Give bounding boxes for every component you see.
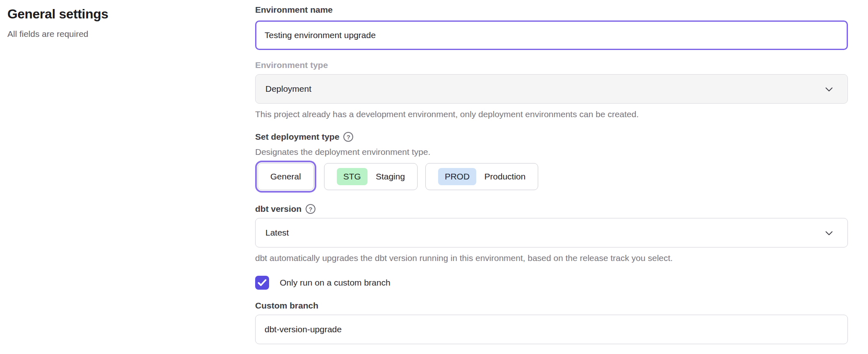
deployment-type-production-button[interactable]: PROD Production [425, 163, 538, 190]
deployment-type-general-label: General [270, 172, 301, 182]
deployment-type-label: Set deployment type ? [255, 132, 848, 142]
deployment-type-production-label: Production [484, 172, 525, 182]
help-icon[interactable]: ? [343, 132, 353, 142]
custom-branch-checkbox[interactable] [255, 276, 269, 290]
deployment-type-helper: Designates the deployment environment ty… [255, 147, 848, 157]
chevron-down-icon [825, 228, 833, 238]
stg-badge: STG [337, 168, 368, 185]
prod-badge: PROD [438, 168, 476, 185]
checkmark-icon [258, 279, 267, 286]
settings-page: General settings All fields are required… [0, 0, 868, 344]
custom-branch-checkbox-row: Only run on a custom branch [255, 276, 848, 290]
environment-name-input[interactable] [255, 20, 848, 50]
environment-type-helper: This project already has a development e… [255, 109, 848, 119]
dbt-version-label-text: dbt version [255, 204, 302, 214]
page-title: General settings [7, 7, 255, 22]
deployment-type-label-text: Set deployment type [255, 132, 339, 142]
dbt-version-helper: dbt automatically upgrades the dbt versi… [255, 253, 848, 263]
deployment-type-staging-button[interactable]: STG Staging [324, 163, 418, 190]
dbt-version-label: dbt version ? [255, 204, 848, 214]
deployment-type-options: General STG Staging PROD Production [255, 163, 848, 190]
environment-name-label: Environment name [255, 5, 848, 15]
environment-type-select[interactable]: Deployment [255, 74, 848, 104]
help-icon[interactable]: ? [306, 204, 315, 214]
environment-type-label: Environment type [255, 60, 848, 70]
dbt-version-select[interactable]: Latest [255, 218, 848, 247]
custom-branch-checkbox-label[interactable]: Only run on a custom branch [280, 278, 391, 288]
dbt-version-value: Latest [265, 228, 289, 238]
custom-branch-label: Custom branch [255, 301, 848, 311]
chevron-down-icon [825, 84, 833, 94]
section-header: General settings All fields are required [0, 0, 255, 344]
general-settings-form: Environment name Environment type Deploy… [255, 0, 848, 344]
custom-branch-input[interactable] [255, 315, 848, 344]
deployment-type-staging-label: Staging [376, 172, 405, 182]
page-subtitle: All fields are required [7, 29, 255, 39]
environment-type-value: Deployment [265, 84, 311, 94]
deployment-type-general-button[interactable]: General [258, 163, 314, 190]
